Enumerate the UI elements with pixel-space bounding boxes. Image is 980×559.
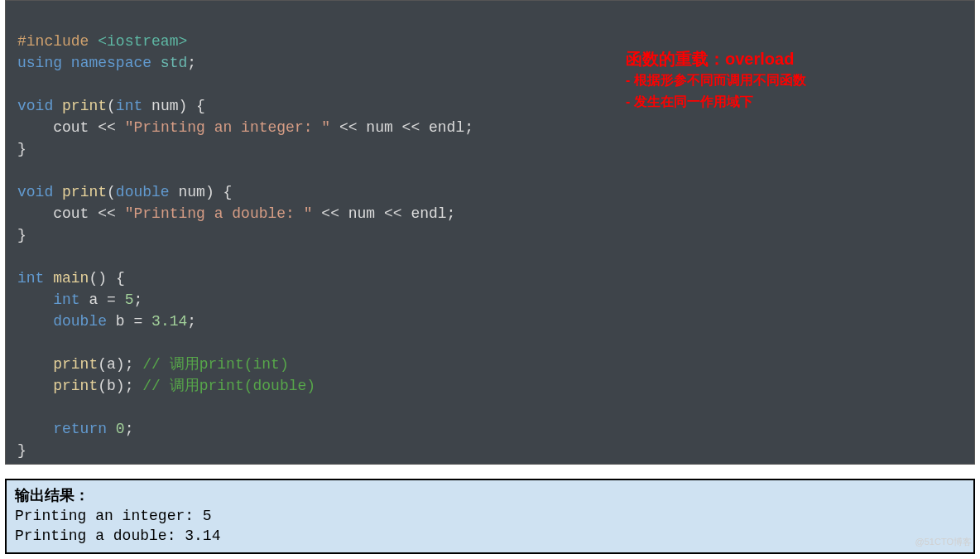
eq: = xyxy=(107,292,116,308)
annotation-line2: - 发生在同一作用域下 xyxy=(626,91,806,113)
op-ins: << xyxy=(98,119,116,136)
lbrace: { xyxy=(116,270,125,287)
eq: = xyxy=(133,313,142,330)
param-num: num xyxy=(151,98,178,114)
kw-int: int xyxy=(53,292,79,308)
op-ins: << xyxy=(321,205,339,222)
op-ins: << xyxy=(339,119,358,136)
call-print-b: print xyxy=(53,378,98,394)
rbrace: } xyxy=(17,141,26,157)
endl: endl xyxy=(429,119,464,136)
kw-int: int xyxy=(17,270,44,287)
fn-print: print xyxy=(62,98,107,114)
op-ins: << xyxy=(384,205,402,222)
lparen: ( xyxy=(98,378,107,394)
lparen: ( xyxy=(98,356,107,373)
arg-b: b xyxy=(107,378,116,394)
lparen: ( xyxy=(89,270,98,287)
annotation-line1: - 根据形参不同而调用不同函数 xyxy=(626,70,806,91)
lparen: ( xyxy=(107,98,116,114)
id-num: num xyxy=(366,119,392,136)
rbrace: } xyxy=(17,227,26,243)
kw-double: double xyxy=(53,313,107,330)
fn-main: main xyxy=(53,270,89,287)
lbrace: { xyxy=(196,98,205,114)
op-ins: << xyxy=(98,205,116,222)
output-line1: Printing an integer: 5 xyxy=(15,508,212,524)
id-b: b xyxy=(116,313,125,330)
string-dbl: "Printing a double: " xyxy=(125,205,313,222)
rbrace: } xyxy=(17,442,26,459)
cout: cout xyxy=(53,119,89,136)
rparen: ) xyxy=(98,270,107,287)
kw-void: void xyxy=(17,184,53,200)
rparen: ) xyxy=(116,356,125,373)
cout: cout xyxy=(53,205,89,222)
comment-dbl: // 调用print(double) xyxy=(142,378,315,394)
fn-print: print xyxy=(62,184,107,200)
watermark: @51CTO博客 xyxy=(915,531,972,552)
rparen: ) xyxy=(116,378,125,394)
annotation-title: 函数的重载：overload xyxy=(626,48,806,70)
string-int: "Printing an integer: " xyxy=(125,119,330,136)
kw-namespace: namespace xyxy=(71,55,151,71)
call-print-a: print xyxy=(53,356,98,373)
param-type-int: int xyxy=(116,98,142,114)
rparen: ) xyxy=(205,184,214,200)
comment-int: // 调用print(int) xyxy=(142,356,288,373)
literal-314: 3.14 xyxy=(151,313,187,330)
literal-5: 5 xyxy=(125,292,134,308)
ns-std: std xyxy=(161,55,187,71)
output-header: 输出结果： xyxy=(15,487,89,504)
output-panel: 输出结果： Printing an integer: 5 Printing a … xyxy=(5,479,975,554)
preprocessor: #include xyxy=(17,33,89,50)
semicolon: ; xyxy=(187,313,196,330)
literal-0: 0 xyxy=(116,421,125,437)
rparen: ) xyxy=(178,98,187,114)
arg-a: a xyxy=(107,356,116,373)
semicolon: ; xyxy=(125,356,134,373)
include-header: <iostream> xyxy=(98,33,187,50)
semicolon: ; xyxy=(187,55,196,71)
code-editor: #include <iostream> using namespace std;… xyxy=(5,0,975,465)
semicolon: ; xyxy=(447,205,456,222)
param-num: num xyxy=(178,184,204,200)
id-num: num xyxy=(348,205,375,222)
output-line2: Printing a double: 3.14 xyxy=(15,528,220,544)
semicolon: ; xyxy=(134,292,143,308)
lparen: ( xyxy=(107,184,116,200)
semicolon: ; xyxy=(464,119,473,136)
semicolon: ; xyxy=(125,421,134,437)
semicolon: ; xyxy=(125,378,134,394)
param-type-double: double xyxy=(116,184,170,200)
lbrace: { xyxy=(223,184,233,200)
id-a: a xyxy=(89,292,98,308)
kw-void: void xyxy=(17,98,53,114)
kw-return: return xyxy=(53,421,107,437)
kw-using: using xyxy=(17,55,62,71)
endl: endl xyxy=(411,205,446,222)
op-ins: << xyxy=(402,119,420,136)
annotation-box: 函数的重载：overload - 根据形参不同而调用不同函数 - 发生在同一作用… xyxy=(626,48,806,113)
